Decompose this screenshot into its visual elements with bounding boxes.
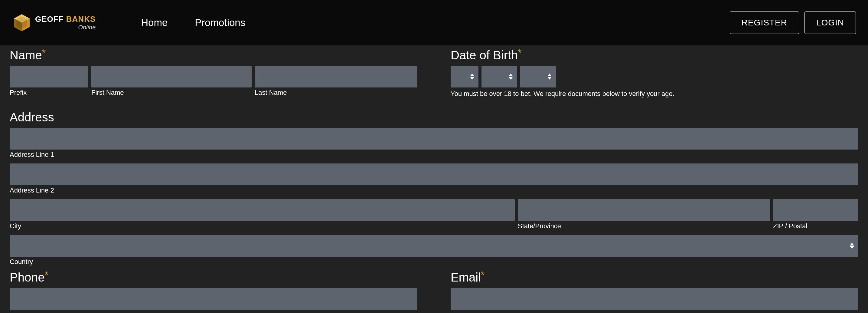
first-name-input[interactable] (91, 66, 252, 87)
dob-day-select[interactable] (451, 66, 478, 87)
phone-section: Phone* (10, 267, 417, 310)
dob-section: Date of Birth* (451, 46, 858, 98)
logo-word-2: BANKS (66, 15, 96, 24)
name-title: Name* (10, 49, 417, 62)
email-input[interactable] (451, 288, 858, 310)
address-title: Address (10, 111, 858, 124)
city-input[interactable] (10, 199, 515, 221)
dob-month-select[interactable] (482, 66, 517, 87)
zip-label: ZIP / Postal (773, 222, 858, 230)
dob-helper-text: You must be over 18 to bet. We require d… (451, 90, 858, 98)
last-name-label: Last Name (255, 89, 417, 96)
first-name-label: First Name (91, 89, 252, 96)
logo-hex-icon (12, 13, 31, 32)
logo-word-1: GEOFF (35, 15, 64, 24)
last-name-input[interactable] (255, 66, 417, 87)
email-title: Email* (451, 271, 858, 284)
zip-input[interactable] (773, 199, 858, 221)
required-asterisk: * (42, 47, 46, 58)
address-section: Address Address Line 1 Address Line 2 Ci… (10, 111, 858, 266)
register-button[interactable]: REGISTER (730, 11, 799, 34)
state-input[interactable] (518, 199, 770, 221)
address-line2-input[interactable] (10, 164, 858, 185)
dob-title: Date of Birth* (451, 49, 858, 62)
required-asterisk: * (45, 269, 49, 280)
logo[interactable]: GEOFF BANKS Online (12, 13, 96, 32)
country-label: Country (10, 258, 858, 266)
main-nav: Home Promotions (141, 17, 245, 28)
header-buttons: REGISTER LOGIN (730, 11, 856, 34)
country-select[interactable] (10, 235, 858, 257)
dob-year-select[interactable] (520, 66, 556, 87)
prefix-input[interactable] (10, 66, 88, 87)
logo-subtext: Online (35, 24, 96, 31)
phone-title-text: Phone (10, 271, 45, 284)
name-section: Name* Prefix First Name Last Name (10, 46, 417, 98)
logo-text: GEOFF BANKS Online (35, 15, 96, 31)
state-label: State/Province (518, 222, 770, 230)
phone-title: Phone* (10, 271, 417, 284)
dob-title-text: Date of Birth (451, 49, 518, 62)
nav-promotions[interactable]: Promotions (195, 17, 245, 28)
header: GEOFF BANKS Online Home Promotions REGIS… (0, 0, 868, 46)
login-button[interactable]: LOGIN (805, 11, 856, 34)
required-asterisk: * (481, 269, 485, 280)
email-section: Email* (451, 267, 858, 310)
email-title-text: Email (451, 271, 481, 284)
prefix-label: Prefix (10, 89, 88, 96)
address-line1-input[interactable] (10, 128, 858, 149)
nav-home[interactable]: Home (141, 17, 167, 28)
address-line2-label: Address Line 2 (10, 187, 858, 194)
phone-input[interactable] (10, 288, 417, 310)
required-asterisk: * (518, 47, 521, 58)
address-line1-label: Address Line 1 (10, 151, 858, 159)
city-label: City (10, 222, 515, 230)
registration-form: Name* Prefix First Name Last Name Da (0, 46, 868, 310)
name-title-text: Name (10, 49, 42, 62)
